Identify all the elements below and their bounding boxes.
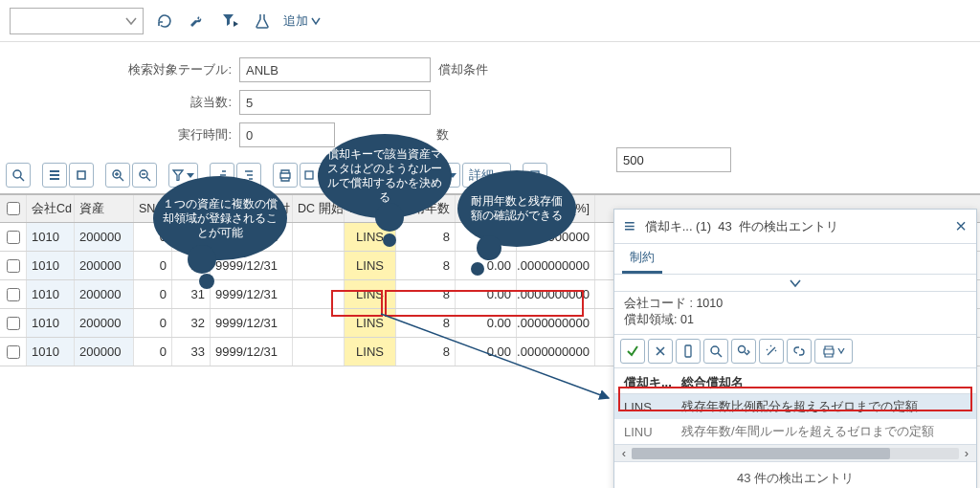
add-button[interactable]: 追加 xyxy=(283,12,321,30)
cell-depky: LINS xyxy=(345,338,396,366)
cell-life: 8 xyxy=(396,252,456,279)
cell-asset: 200000 xyxy=(75,223,134,251)
cell-company: 1010 xyxy=(27,223,75,251)
row-checkbox[interactable] xyxy=(7,345,20,359)
row-checkbox[interactable] xyxy=(7,317,20,330)
close-icon[interactable]: × xyxy=(955,215,967,237)
list-item[interactable]: LINU 残存年数/年間ルールを超えるゼロまでの定額 xyxy=(614,419,976,444)
wrench-icon[interactable] xyxy=(186,10,209,33)
dialog-title-key: 償却キ... (1) xyxy=(645,219,711,233)
search-icon[interactable] xyxy=(6,163,31,188)
check-all-icon[interactable] xyxy=(42,163,67,188)
cell-dc xyxy=(293,223,345,251)
list-item[interactable]: LINS 残存年数比例配分を超えるゼロまでの定額 xyxy=(614,394,976,419)
scroll-track[interactable] xyxy=(632,448,959,459)
header-asset[interactable]: 資産 xyxy=(75,195,134,222)
svg-point-9 xyxy=(711,346,719,354)
row-checkbox[interactable] xyxy=(7,231,20,244)
cell-resid: 0.00 xyxy=(456,338,517,366)
cell-area: 32 xyxy=(172,309,211,337)
cell-resid-pc: 0.0000000000 xyxy=(517,309,595,337)
cell-life: 8 xyxy=(396,309,456,337)
flask-icon[interactable] xyxy=(251,10,274,33)
cell-life: 8 xyxy=(396,223,456,251)
layout-dropdown[interactable] xyxy=(10,8,144,34)
search-table-input[interactable]: ANLB xyxy=(239,57,431,82)
scroll-right-icon[interactable]: › xyxy=(959,446,974,460)
search-icon[interactable] xyxy=(703,339,728,364)
cell-life: 8 xyxy=(396,280,456,308)
cell-dc xyxy=(293,280,345,308)
cell-sno: 0 xyxy=(134,338,172,366)
dialog-footer: 43 件の検出エントリ xyxy=(614,461,976,488)
search-time-suffix: 数 xyxy=(436,126,449,144)
top-toolbar: 追加 xyxy=(0,0,980,42)
dialog-info-company: 会社コード : 1010 xyxy=(624,296,967,312)
zoom-out-icon[interactable] xyxy=(132,163,157,188)
cell-asset: 200000 xyxy=(75,338,134,366)
svg-rect-3 xyxy=(305,171,313,179)
cell-depky: LINS xyxy=(345,280,396,308)
cell-life: 8 xyxy=(396,338,456,366)
link-icon[interactable] xyxy=(787,339,812,364)
cell-company: 1010 xyxy=(27,309,75,337)
dialog-info-area: 償却領域: 01 xyxy=(624,312,967,328)
search-count-label: 該当数: xyxy=(105,94,239,111)
cell-date: 9999/12/31 xyxy=(211,280,293,308)
cell-resid-pc: 0.0000000000 xyxy=(517,280,595,308)
expand-toggle[interactable] xyxy=(614,275,976,292)
cell-depky: LINS xyxy=(345,309,396,337)
funnel-play-icon[interactable] xyxy=(218,10,241,33)
cell-asset: 200000 xyxy=(75,252,134,279)
row-checkbox[interactable] xyxy=(7,288,20,301)
zoom-in-icon[interactable] xyxy=(105,163,130,188)
search-time-input[interactable]: 0 xyxy=(239,122,335,147)
wand-icon[interactable] xyxy=(759,339,784,364)
cell-resid: 0.00 xyxy=(456,309,517,337)
dialog-title-count: 43 xyxy=(718,219,731,233)
search-table-suffix: 償却条件 xyxy=(438,61,488,78)
cell-resid: 0.00 xyxy=(456,280,517,308)
header-company[interactable]: 会社Cd xyxy=(27,195,75,222)
uncheck-all-icon[interactable] xyxy=(69,163,94,188)
select-all-checkbox[interactable] xyxy=(7,202,20,215)
row-checkbox[interactable] xyxy=(7,259,20,273)
annotation-cloud: 償却キーで該当資産マスタはどのようなルールで償却するかを決める xyxy=(318,134,452,218)
dialog-h-scrollbar[interactable]: ‹ › xyxy=(614,444,976,461)
search-next-icon[interactable] xyxy=(731,339,756,364)
cell-dc xyxy=(293,252,345,279)
max-hits-input[interactable]: 500 xyxy=(616,147,731,172)
cell-company: 1010 xyxy=(27,280,75,308)
search-table-label: 検索対象テーブル: xyxy=(105,61,239,78)
tab-restriction[interactable]: 制約 xyxy=(622,244,662,274)
cell-company: 1010 xyxy=(27,338,75,366)
valuehelp-dialog: ≡ 償却キ... (1) 43 件の検出エントリ × 制約 会社コード : 10… xyxy=(613,209,977,488)
annotation-cloud: １つの資産に複数の償却領域が登録されることが可能 xyxy=(153,176,287,260)
info-icon[interactable] xyxy=(676,339,701,364)
cell-sno: 0 xyxy=(134,309,172,337)
search-count-input[interactable]: 5 xyxy=(239,90,431,115)
refresh-icon[interactable] xyxy=(153,10,176,33)
cell-company: 1010 xyxy=(27,252,75,279)
cell-depky: LINS xyxy=(345,252,396,279)
annotation-cloud: 耐用年数と残存価額の確認ができる xyxy=(457,170,576,247)
cell-dc xyxy=(293,309,345,337)
reject-icon[interactable] xyxy=(648,339,673,364)
cell-area: 33 xyxy=(172,338,211,366)
svg-point-10 xyxy=(739,346,746,353)
accept-icon[interactable] xyxy=(620,339,645,364)
menu-icon[interactable]: ≡ xyxy=(624,215,635,237)
search-time-label: 実行時間: xyxy=(105,126,239,144)
cell-resid-pc: 0.0000000000 xyxy=(517,338,595,366)
scroll-left-icon[interactable]: ‹ xyxy=(616,446,632,460)
cell-date: 9999/12/31 xyxy=(211,338,293,366)
cell-asset: 200000 xyxy=(75,309,134,337)
dialog-col-key[interactable]: 償却キ... xyxy=(624,374,681,391)
dialog-col-name[interactable]: 総合償却名 xyxy=(681,374,744,391)
print-icon[interactable] xyxy=(273,163,298,188)
scroll-thumb[interactable] xyxy=(632,448,890,459)
print-dd-icon[interactable] xyxy=(814,339,853,364)
dialog-title-suffix: 件の検出エントリ xyxy=(739,219,838,233)
cell-asset: 200000 xyxy=(75,280,134,308)
svg-rect-8 xyxy=(685,345,691,357)
